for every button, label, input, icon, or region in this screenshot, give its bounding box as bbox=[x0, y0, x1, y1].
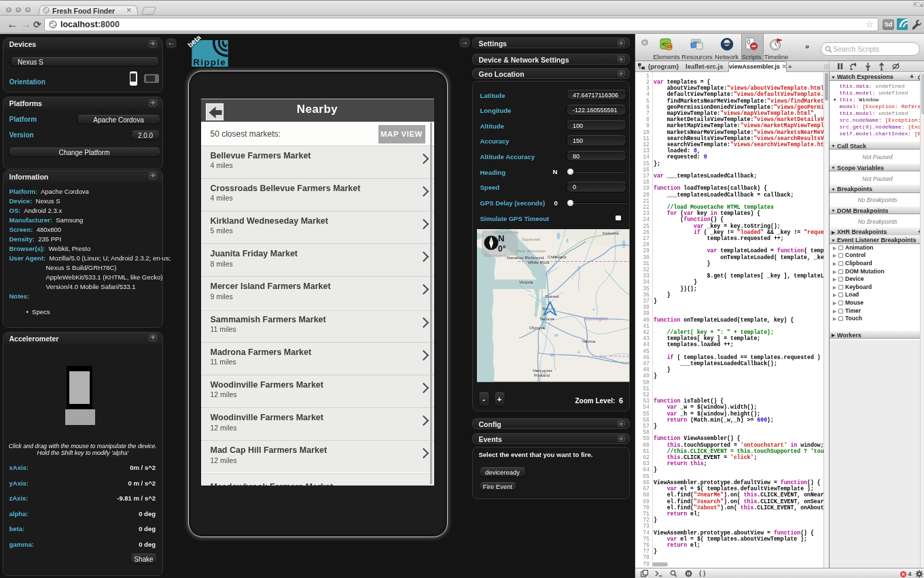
svg-text:Yakima: Yakima bbox=[582, 339, 596, 343]
svg-text:Portland: Portland bbox=[534, 373, 550, 377]
svg-text:Ripple: Ripple bbox=[193, 56, 225, 67]
svg-text:<>: <> bbox=[667, 44, 673, 49]
svg-text:Chilliwack: Chilliwack bbox=[548, 254, 567, 259]
svg-text:0°: 0° bbox=[498, 244, 506, 254]
svg-text:Tacoma: Tacoma bbox=[539, 316, 554, 321]
svg-text:N: N bbox=[498, 233, 504, 243]
svg-text:{}: {} bbox=[747, 39, 751, 44]
svg-text:Kelowna: Kelowna bbox=[603, 231, 619, 235]
svg-text:Victoria: Victoria bbox=[519, 279, 533, 284]
svg-text:Vancouver: Vancouver bbox=[533, 368, 552, 373]
svg-text:White Rock: White Rock bbox=[528, 260, 550, 265]
svg-text:Washington: Washington bbox=[584, 316, 608, 322]
svg-text:mond: mond bbox=[533, 255, 544, 260]
svg-text:Squamish: Squamish bbox=[522, 237, 541, 241]
svg-text:Everett: Everett bbox=[546, 294, 559, 299]
svg-text:Olympia: Olympia bbox=[529, 325, 545, 330]
svg-text:West Vancouver: West Vancouver bbox=[516, 248, 546, 253]
